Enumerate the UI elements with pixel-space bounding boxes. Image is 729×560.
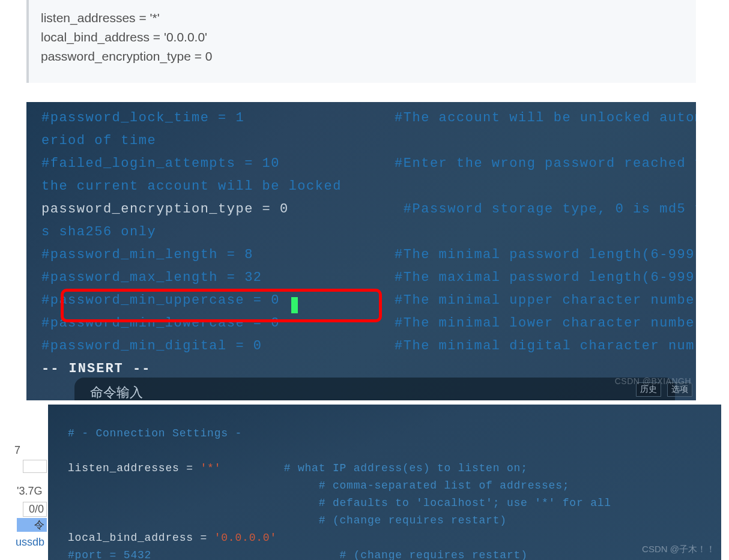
watermark-text: CSDN @子木！！ — [642, 544, 715, 555]
terminal-screenshot-1: #password_lock_time = 1 #The account wil… — [26, 102, 696, 400]
code-line: # (change requires restart) — [68, 514, 507, 526]
side-fragment-db: ussdb — [16, 536, 48, 549]
code-line: local_bind_address = '0.0.0.0' — [68, 532, 277, 544]
code-line: # comma-separated list of addresses; — [68, 480, 569, 492]
terminal-1-content: #password_lock_time = 1 #The account wil… — [26, 102, 696, 381]
terminal-screenshot-2: # - Connection Settings - listen_address… — [48, 405, 721, 560]
terminal-2-content: # - Connection Settings - listen_address… — [48, 405, 721, 560]
code-line: #password_min_uppercase = 0 #The minimal… — [41, 293, 696, 308]
quote-line: listen_addresses = '*' — [41, 8, 688, 28]
command-input-bar[interactable]: 命令输入 — [74, 378, 675, 400]
side-fragment-size: '3.7G — [17, 485, 47, 498]
code-line: #password_min_lowercase = 0 #The minimal… — [41, 316, 696, 331]
quote-line: local_bind_address = '0.0.0.0' — [41, 28, 688, 47]
vim-mode-indicator: -- INSERT -- — [41, 361, 151, 376]
watermark-text: CSDN @BXIANGH — [615, 376, 691, 386]
side-fragment-box — [23, 460, 47, 473]
quote-line: password_encryption_type = 0 — [41, 47, 688, 66]
code-line: #port = 5432 # (change requires restart) — [68, 549, 528, 560]
code-line: # - Connection Settings - — [68, 427, 242, 439]
code-line: #failed_login_attempts = 10 #Enter the w… — [41, 156, 696, 171]
code-line: #password_min_length = 8 #The minimal pa… — [41, 247, 696, 262]
code-line: eriod of time — [41, 133, 156, 148]
code-line: # defaults to 'localhost'; use '*' for a… — [68, 497, 611, 509]
config-quote-block: listen_addresses = '*' local_bind_addres… — [26, 0, 696, 83]
code-line: #password_lock_time = 1 #The account wil… — [41, 110, 696, 125]
code-line-highlighted: password_encryption_type = 0 #Password s… — [41, 202, 696, 217]
code-line: the current account will be locked — [41, 179, 342, 194]
code-line: listen_addresses = '*' # what IP address… — [68, 462, 528, 474]
code-line: #password_max_length = 32 #The maximal p… — [41, 270, 696, 285]
side-fragment-number: 7 — [14, 444, 20, 457]
code-line: s sha256 only — [41, 224, 156, 239]
code-line: #password_min_digital = 0 #The minimal d… — [41, 339, 696, 354]
side-fragment-char: 令 — [17, 518, 47, 532]
side-fragment-ratio: 0/0 — [23, 502, 47, 517]
